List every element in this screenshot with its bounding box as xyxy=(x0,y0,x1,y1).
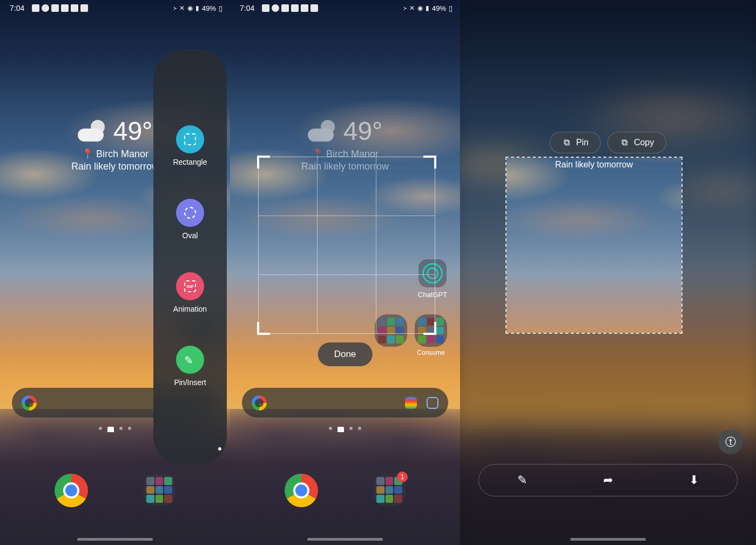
edge-panel-indicator xyxy=(218,447,221,450)
signal-icon: ▮ xyxy=(426,4,429,12)
captured-forecast-text: Rain likely tomorrow xyxy=(555,160,633,170)
crop-handle-top-right[interactable] xyxy=(423,156,436,169)
signal-icon: ▮ xyxy=(195,4,199,12)
messenger-icon xyxy=(272,4,279,12)
captured-content xyxy=(505,157,683,334)
panel-crop-select: 7:04 ᚛ ✕ ◉ ▮ 49% ▯ 49° 📍 Birch Manor Rai… xyxy=(230,0,460,545)
gif-icon xyxy=(184,280,196,292)
download-icon xyxy=(301,4,308,12)
battery-icon: ▯ xyxy=(219,4,222,12)
chrome-app-icon[interactable] xyxy=(285,474,318,507)
rectangle-label: Rectangle xyxy=(173,158,207,166)
status-bar: 7:04 ᚛ ✕ ◉ ▮ 49% ▯ xyxy=(230,0,460,16)
google-logo-icon xyxy=(252,395,267,411)
wifi-icon: ◉ xyxy=(187,4,193,12)
status-bar: 7:04 ᚛ ✕ ◉ ▮ 49% ▯ xyxy=(0,0,230,16)
pin-insert-label: Pin/Insert xyxy=(174,378,206,387)
select-rectangle-button[interactable]: Rectangle xyxy=(153,125,227,166)
battery-text: 49% xyxy=(202,4,216,12)
panel-edge-select: 7:04 ᚛ ✕ ◉ ▮ 49% ▯ 49° 📍 Birch Manor Rai… xyxy=(0,0,230,545)
messenger-icon xyxy=(42,4,49,12)
alarm-icon xyxy=(310,4,318,12)
alarm-icon xyxy=(80,4,88,12)
battery-text: 49% xyxy=(432,4,446,12)
wifi-icon: ◉ xyxy=(417,4,423,12)
oval-label: Oval xyxy=(183,231,198,240)
folder-consume-label: Consume xyxy=(417,349,444,356)
copy-button[interactable]: ⧉ Copy xyxy=(608,132,666,153)
weather-temperature: 49° xyxy=(113,116,153,146)
translate-icon xyxy=(291,4,299,12)
edit-button[interactable]: ✎ xyxy=(515,473,530,488)
pin-icon xyxy=(184,354,196,366)
weather-cloud-moon-icon xyxy=(78,120,108,143)
panel-pin-result: ⧉ Pin ⧉ Copy Rain likely tomorrow Chat xyxy=(460,0,756,545)
chrome-app-icon[interactable] xyxy=(55,474,88,507)
crop-handle-top-left[interactable] xyxy=(257,156,270,169)
status-time: 7:04 xyxy=(10,4,24,12)
weather-temperature: 49° xyxy=(343,116,383,146)
captured-selection[interactable]: Rain likely tomorrow Chat xyxy=(505,157,683,334)
select-oval-button[interactable]: Oval xyxy=(153,199,227,240)
status-notification-icons xyxy=(262,4,318,12)
bottom-action-bar: ✎ ➦ ⬇ xyxy=(478,464,738,496)
gesture-nav-pill[interactable] xyxy=(77,538,153,541)
home-icon xyxy=(281,4,289,12)
rectangle-icon xyxy=(184,133,196,145)
dock-folder[interactable]: 1 xyxy=(373,474,406,506)
select-animation-button[interactable]: Animation xyxy=(153,272,227,313)
notification-badge: 1 xyxy=(397,472,408,482)
status-notification-icons xyxy=(32,4,88,12)
crop-handle-bottom-right[interactable] xyxy=(423,322,436,335)
pin-crop-icon: ⧉ xyxy=(562,138,572,147)
extract-text-icon: ⓣ xyxy=(725,435,736,449)
dock: 1 xyxy=(230,474,460,507)
save-button[interactable]: ⬇ xyxy=(686,473,701,488)
gallery-icon xyxy=(32,4,39,12)
edit-icon: ✎ xyxy=(517,473,527,487)
copy-icon: ⧉ xyxy=(620,138,630,147)
vibrate-icon: ✕ xyxy=(179,4,185,12)
gallery-icon xyxy=(262,4,269,12)
pin-button[interactable]: ⧉ Pin xyxy=(550,132,601,153)
status-time: 7:04 xyxy=(240,4,254,12)
download-icon xyxy=(71,4,78,12)
home-icon xyxy=(51,4,59,12)
edge-smart-select-panel: Rectangle Oval Animation Pin/Insert xyxy=(153,50,227,466)
animation-label: Animation xyxy=(173,305,207,313)
done-button[interactable]: Done xyxy=(318,342,373,366)
extract-text-button[interactable]: ⓣ xyxy=(718,429,743,454)
share-button[interactable]: ➦ xyxy=(600,473,616,488)
page-indicator[interactable] xyxy=(99,427,131,432)
weather-cloud-moon-icon xyxy=(308,120,338,143)
translate-icon xyxy=(61,4,69,12)
dock-folder[interactable] xyxy=(143,474,176,506)
pin-copy-actions: ⧉ Pin ⧉ Copy xyxy=(550,132,666,153)
google-logo-icon xyxy=(22,395,37,411)
gesture-nav-pill[interactable] xyxy=(570,538,646,541)
lens-icon[interactable] xyxy=(427,397,438,409)
gesture-nav-pill[interactable] xyxy=(307,538,383,541)
dock xyxy=(0,474,230,507)
mic-icon[interactable] xyxy=(405,397,417,409)
crop-handle-bottom-left[interactable] xyxy=(257,322,270,335)
bluetooth-icon: ᚛ xyxy=(173,4,177,12)
crop-selection-box[interactable] xyxy=(258,157,435,334)
vibrate-icon: ✕ xyxy=(409,4,415,12)
oval-icon xyxy=(184,207,196,219)
battery-icon: ▯ xyxy=(449,4,453,12)
select-pin-insert-button[interactable]: Pin/Insert xyxy=(153,346,227,387)
download-icon: ⬇ xyxy=(689,473,699,487)
bluetooth-icon: ᚛ xyxy=(403,4,407,12)
share-icon: ➦ xyxy=(603,473,613,487)
google-search-bar[interactable] xyxy=(242,388,448,418)
page-indicator[interactable] xyxy=(329,427,361,432)
